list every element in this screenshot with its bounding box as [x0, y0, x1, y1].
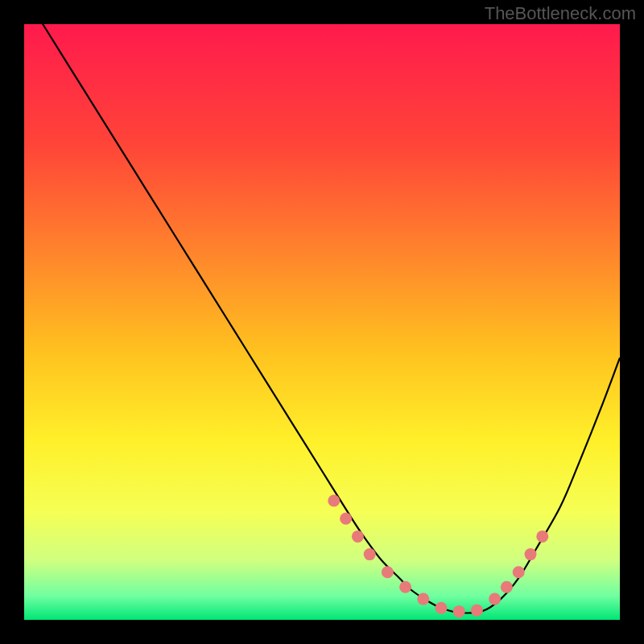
marker-point — [436, 602, 448, 614]
marker-point — [328, 495, 340, 507]
marker-point — [399, 581, 411, 593]
marker-point — [501, 581, 513, 593]
marker-point — [489, 593, 501, 605]
watermark-text: TheBottleneck.com — [485, 3, 636, 24]
marker-point — [525, 548, 537, 560]
marker-point — [513, 566, 525, 578]
marker-point — [453, 605, 465, 617]
chart-area — [24, 24, 620, 620]
marker-point — [340, 513, 352, 525]
marker-point — [417, 593, 429, 605]
chart-background — [24, 24, 620, 620]
marker-point — [364, 548, 376, 560]
marker-point — [352, 530, 364, 543]
marker-point — [536, 530, 548, 543]
marker-point — [471, 605, 483, 617]
marker-point — [382, 566, 394, 578]
chart-svg — [24, 24, 620, 620]
